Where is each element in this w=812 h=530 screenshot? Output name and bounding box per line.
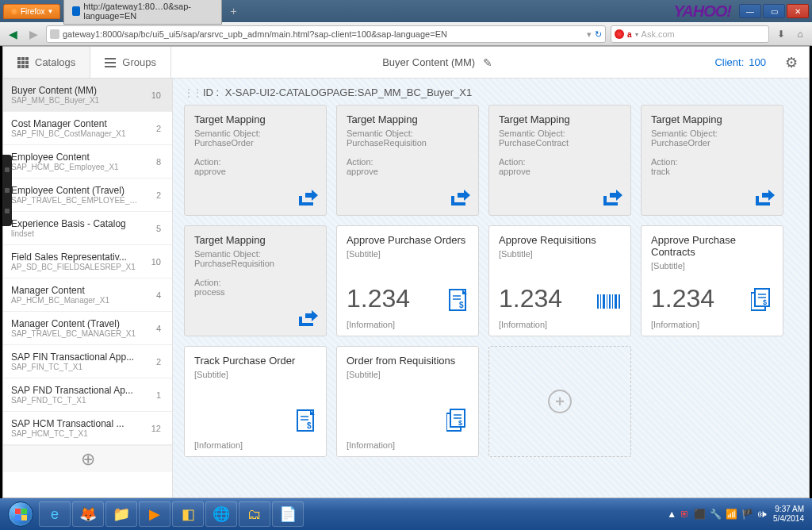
target-mapping-tile[interactable]: Target Mapping Semantic Object: Purchase…	[184, 105, 327, 216]
taskbar-app3[interactable]: 📄	[272, 501, 304, 527]
tab-groups[interactable]: Groups	[90, 47, 171, 78]
sidebar-item-title: Cost Manager Content	[11, 118, 126, 129]
svg-rect-9	[612, 294, 613, 309]
yahoo-logo: YAHOO!	[673, 2, 731, 21]
tab-catalogs[interactable]: Catalogs	[3, 47, 90, 78]
tile-semantic-label: Semantic Object:	[347, 129, 469, 138]
sidebar-item[interactable]: Experience Basis - Cataloglindset5	[3, 212, 172, 245]
svg-text:$: $	[307, 421, 312, 430]
sidebar-item[interactable]: SAP HCM Transactional ...SAP_HCM_TC_T_X1…	[3, 412, 172, 445]
sidebar-item-sub: SAP_HCM_BC_Employee_X1	[11, 163, 119, 171]
sidebar-item-count: 10	[148, 257, 164, 267]
share-icon[interactable]	[297, 310, 318, 328]
tile-semantic-value: PurchaseRequisition	[194, 259, 316, 268]
tile-subtitle: [Subtitle]	[651, 261, 773, 271]
tile-information: [Information]	[347, 320, 395, 329]
sidebar-item[interactable]: Manager ContentAP_HCM_BC_Manager_X14	[3, 278, 172, 312]
share-icon[interactable]	[450, 190, 470, 207]
windows-taskbar: e 🦊 📁 ▶ ◧ 🌐 🗂 📄 ▲⛨⬛🔧📶🏴🕪 9:37 AM 5/4/2014	[0, 498, 812, 530]
page-title: Buyer Content (MM)	[382, 56, 475, 68]
sidebar-item[interactable]: Buyer Content (MM)SAP_MM_BC_Buyer_X110	[3, 79, 172, 112]
tile-subtitle: [Subtitle]	[499, 249, 621, 259]
app-tile[interactable]: Approve Purchase Contracts [Subtitle] 1.…	[641, 225, 783, 336]
window-minimize[interactable]: —	[739, 4, 761, 18]
catalog-id-value: X-SAP-UI2-CATALOGPAGE:SAP_MM_BC_Buyer_X1	[225, 86, 472, 98]
sidebar-item[interactable]: Cost Manager ContentSAP_FIN_BC_CostManag…	[3, 112, 172, 145]
tile-information: [Information]	[347, 440, 395, 450]
tile-action-value: track	[651, 167, 773, 176]
gear-icon[interactable]: ⚙	[785, 54, 798, 71]
target-mapping-tile[interactable]: Target Mapping Semantic Object: Purchase…	[184, 225, 327, 336]
nav-back[interactable]: ◀	[5, 26, 21, 42]
sidebar-item-sub: SAP_FIN_TC_T_X1	[11, 363, 134, 371]
tile-semantic-value: PurchaseRequisition	[347, 138, 469, 148]
url-bar[interactable]: gateway1:8000/sap/bc/ui5_ui5/sap/arsrvc_…	[46, 25, 606, 43]
sidebar-item[interactable]: SAP FIN Transactional App...SAP_FIN_TC_T…	[3, 345, 172, 378]
app-tile[interactable]: Order from Requisitions [Subtitle] $ [In…	[336, 346, 479, 457]
window-maximize[interactable]: ▭	[763, 4, 785, 18]
tile-kpi-value: 1.234	[499, 284, 562, 313]
taskbar-clock[interactable]: 9:37 AM 5/4/2014	[773, 505, 804, 524]
sidebar-item[interactable]: Employee Content (Travel)SAP_TRAVEL_BC_E…	[3, 179, 172, 212]
tile-title: Approve Purchase Contracts	[651, 234, 773, 258]
firefox-menu-button[interactable]: Firefox ▼	[3, 4, 60, 19]
window-close[interactable]: ✕	[787, 4, 809, 18]
catalog-sidebar: Buyer Content (MM)SAP_MM_BC_Buyer_X110Co…	[3, 79, 173, 497]
sidebar-item-title: Buyer Content (MM)	[11, 85, 99, 96]
sidebar-item-title: Employee Content	[11, 152, 119, 163]
search-bar[interactable]: a ▾ Ask.com	[611, 25, 769, 43]
sidebar-item[interactable]: Field Sales Representativ...AP_SD_BC_FIE…	[3, 245, 172, 278]
sidebar-item[interactable]: Employee ContentSAP_HCM_BC_Employee_X18	[3, 145, 172, 179]
target-mapping-tile[interactable]: Target Mapping Semantic Object: Purchase…	[641, 105, 783, 216]
doc-stack-dollar-icon: $	[446, 409, 469, 432]
svg-rect-10	[615, 294, 617, 309]
sidebar-item[interactable]: SAP FND Transactional Ap...SAP_FND_TC_T_…	[3, 378, 172, 412]
tile-action-value: approve	[499, 167, 621, 176]
list-icon	[105, 58, 116, 67]
sidebar-item[interactable]: Manager Content (Travel)SAP_TRAVEL_BC_MA…	[3, 312, 172, 345]
taskbar-explorer[interactable]: 📁	[105, 501, 137, 527]
client-value: 100	[749, 56, 766, 68]
dock-rail[interactable]	[2, 155, 12, 226]
downloads-icon[interactable]: ⬇	[774, 27, 788, 41]
sidebar-item-title: SAP HCM Transactional ...	[11, 418, 124, 429]
sidebar-item-sub: SAP_FIN_BC_CostManager_X1	[11, 129, 126, 138]
tile-semantic-value: PurchaseOrder	[651, 138, 773, 148]
start-button[interactable]	[3, 499, 38, 529]
browser-tab[interactable]: http://gateway1:80…0&sap-language=EN	[63, 0, 222, 25]
svg-text:$: $	[458, 419, 462, 427]
home-icon[interactable]: ⌂	[793, 27, 807, 41]
target-mapping-tile[interactable]: Target Mapping Semantic Object: Purchase…	[336, 105, 479, 216]
share-icon[interactable]	[602, 190, 622, 207]
svg-text:$: $	[459, 301, 464, 309]
app-tile[interactable]: Approve Purchase Orders [Subtitle] 1.234…	[336, 225, 479, 336]
tile-semantic-label: Semantic Object:	[651, 129, 773, 138]
taskbar-app2[interactable]: 🗂	[239, 501, 270, 527]
taskbar-media[interactable]: ▶	[139, 501, 170, 527]
taskbar-app1[interactable]: ◧	[172, 501, 204, 527]
add-tile-button[interactable]: +	[488, 346, 631, 457]
tile-action-label: Action:	[651, 157, 773, 167]
add-catalog-button[interactable]: ⊕	[3, 445, 172, 472]
tile-title: Target Mapping	[499, 113, 621, 125]
grid-icon	[17, 57, 29, 68]
drag-handle-icon[interactable]: ⋮⋮	[184, 87, 201, 98]
taskbar-chrome[interactable]: 🌐	[205, 501, 237, 527]
sidebar-item-sub: SAP_TRAVEL_BC_MANAGER_X1	[11, 329, 136, 338]
target-mapping-tile[interactable]: Target Mapping Semantic Object: Purchase…	[488, 105, 631, 216]
sidebar-item-sub: SAP_TRAVEL_BC_EMPLOYEE_X1	[11, 196, 138, 205]
app-tile[interactable]: Track Purchase Order [Subtitle] $ [Infor…	[184, 346, 327, 457]
plus-icon: +	[548, 390, 572, 413]
taskbar-firefox[interactable]: 🦊	[72, 501, 104, 527]
app-tile[interactable]: Approve Requisitions [Subtitle] 1.234 [I…	[488, 225, 631, 336]
tile-title: Track Purchase Order	[194, 355, 316, 367]
doc-stack-dollar-icon: $	[751, 288, 773, 312]
nav-forward[interactable]: ▶	[25, 26, 41, 42]
new-tab-button[interactable]: +	[225, 5, 241, 17]
share-icon[interactable]	[297, 190, 318, 207]
taskbar-ie[interactable]: e	[39, 501, 71, 527]
edit-icon[interactable]: ✎	[483, 56, 492, 69]
system-tray[interactable]: ▲⛨⬛🔧📶🏴🕪	[667, 509, 767, 520]
svg-rect-6	[603, 294, 605, 309]
share-icon[interactable]	[754, 190, 775, 207]
